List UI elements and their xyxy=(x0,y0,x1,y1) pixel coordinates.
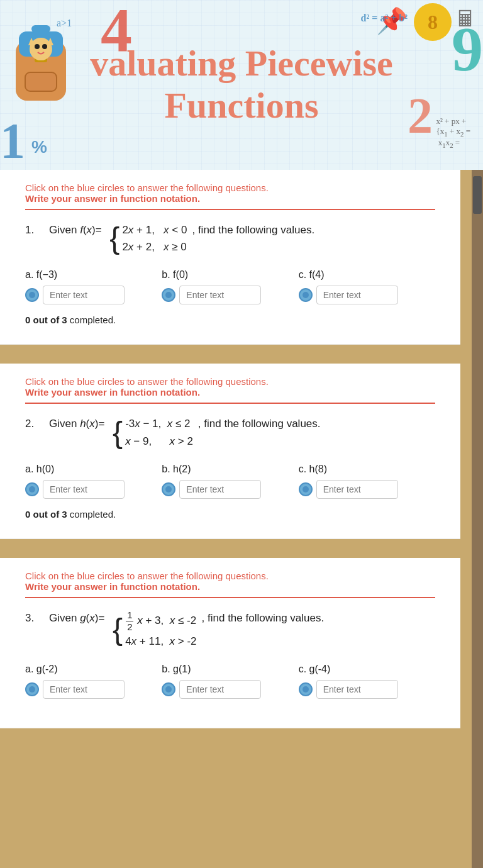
blue-circle-1b[interactable] xyxy=(162,288,175,302)
scrollbar-thumb[interactable] xyxy=(473,176,482,214)
answer-item-2a: a. h(0) xyxy=(25,464,162,499)
blue-circle-2a[interactable] xyxy=(25,482,39,496)
piecewise-1: { 2x + 1, x < 0 2x + 2, x ≥ 0 xyxy=(109,221,187,255)
question-block-1: Click on the blue circles to answer the … xyxy=(0,170,460,345)
deco-number-2: 2 xyxy=(408,87,433,145)
deco-percent: % xyxy=(31,137,47,157)
answer-input-row-2b xyxy=(162,480,298,499)
answer-label-2c: c. h(8) xyxy=(299,464,435,475)
blue-circle-inner-3c xyxy=(303,686,309,693)
cork-divider-2 xyxy=(0,539,460,558)
answer-input-1a[interactable] xyxy=(43,286,125,304)
deco-number-1: 1 xyxy=(0,113,25,170)
divider-3 xyxy=(25,597,435,598)
answer-label-2a: a. h(0) xyxy=(25,464,162,475)
answer-input-3c[interactable] xyxy=(316,680,398,699)
answer-input-2a[interactable] xyxy=(43,480,125,499)
blue-circle-1a[interactable] xyxy=(25,288,39,302)
blue-circle-inner-2a xyxy=(29,486,35,492)
answer-item-2b: b. h(2) xyxy=(162,464,298,499)
answer-input-row-2a xyxy=(25,480,162,499)
brace-left-3: { xyxy=(113,615,123,645)
page-title: valuating Piecewise Functions xyxy=(90,43,393,126)
question-text-1: 1. Given f(x)= { 2x + 1, x < 0 2x + 2, x… xyxy=(25,221,435,255)
backpack-decoration xyxy=(6,19,75,107)
svg-rect-3 xyxy=(25,72,57,91)
blue-circle-3a[interactable] xyxy=(25,682,39,696)
answer-item-1b: b. f(0) xyxy=(162,269,298,304)
answer-item-3b: b. g(1) xyxy=(162,664,298,699)
completion-2: 0 out of 3 completed. xyxy=(25,509,435,520)
completion-1: 0 out of 3 completed. xyxy=(25,314,435,325)
blue-circle-inner-1b xyxy=(165,292,172,298)
yellow-circle-deco: 8 xyxy=(414,3,452,41)
answer-input-3b[interactable] xyxy=(179,680,261,699)
blue-circle-3b[interactable] xyxy=(162,682,175,696)
question-block-2: Click on the blue circles to answer the … xyxy=(0,364,460,538)
answer-label-3b: b. g(1) xyxy=(162,664,298,675)
divider-2 xyxy=(25,403,435,404)
svg-rect-6 xyxy=(31,25,50,33)
brace-left-1: { xyxy=(109,223,119,253)
piecewise-cases-3: 1 2 x + 3, x ≤ -2 4x + 11, x > -2 xyxy=(125,609,196,650)
answer-input-row-1a xyxy=(25,286,162,304)
answer-label-1a: a. f(−3) xyxy=(25,269,162,281)
question-text-3: 3. Given g(x)= { 1 2 x + 3, x ≤ -2 4x + … xyxy=(25,609,435,650)
answer-input-3a[interactable] xyxy=(43,680,125,699)
blue-circle-inner-2c xyxy=(303,486,309,492)
answer-item-3c: c. g(-4) xyxy=(299,664,435,699)
answer-input-row-1c xyxy=(299,286,435,304)
cork-divider-1 xyxy=(0,345,460,364)
answer-input-1b[interactable] xyxy=(179,286,261,304)
question-block-3: Click on the blue circles to answer the … xyxy=(0,558,460,728)
svg-point-7 xyxy=(30,38,52,60)
piecewise-3: { 1 2 x + 3, x ≤ -2 4x + 11, x > -2 xyxy=(113,609,196,650)
answer-item-2c: c. h(8) xyxy=(299,464,435,499)
divider-1 xyxy=(25,209,435,210)
deco-formula-top: d² = a² + b² xyxy=(361,13,408,24)
blue-circle-inner-3a xyxy=(29,686,35,693)
blue-circle-3c[interactable] xyxy=(299,682,313,696)
answer-item-1a: a. f(−3) xyxy=(25,269,162,304)
answer-input-row-1b xyxy=(162,286,298,304)
fraction-half: 1 2 xyxy=(126,609,133,633)
page-title-block: valuating Piecewise Functions xyxy=(90,43,393,126)
answer-input-2b[interactable] xyxy=(179,480,261,499)
blue-circle-2b[interactable] xyxy=(162,482,175,496)
blue-circle-1c[interactable] xyxy=(299,288,313,302)
svg-point-9 xyxy=(42,44,47,49)
answers-row-3: a. g(-2) b. g(1) xyxy=(25,664,435,699)
answer-input-2c[interactable] xyxy=(316,480,398,499)
svg-point-8 xyxy=(35,44,40,49)
instruction-1: Click on the blue circles to answer the … xyxy=(25,182,435,204)
main-content: Click on the blue circles to answer the … xyxy=(0,170,460,728)
answer-input-row-3b xyxy=(162,680,298,699)
deco-a-label: a>1 xyxy=(57,18,72,29)
scrollbar[interactable] xyxy=(472,170,483,868)
answer-label-2b: b. h(2) xyxy=(162,464,298,475)
piecewise-2: { -3x − 1, x ≤ 2 x − 9, x > 2 xyxy=(113,415,193,449)
question-text-2: 2. Given h(x)= { -3x − 1, x ≤ 2 x − 9, x… xyxy=(25,415,435,449)
blue-circle-2c[interactable] xyxy=(299,482,313,496)
blue-circle-inner-2b xyxy=(165,486,172,492)
blue-circle-inner-1a xyxy=(29,292,35,298)
answer-label-3a: a. g(-2) xyxy=(25,664,162,675)
answer-label-1c: c. f(4) xyxy=(299,269,435,281)
deco-formula-right: x² + px +{x1 + x2 = x1x2 = xyxy=(436,116,470,148)
answer-item-3a: a. g(-2) xyxy=(25,664,162,699)
instruction-3: Click on the blue circles to answer the … xyxy=(25,570,435,592)
blue-circle-inner-1c xyxy=(303,292,309,298)
page-header: a>1 4 1 % 9 2 d² = a² + b² x² + px +{x1 … xyxy=(0,0,483,170)
answer-input-row-3a xyxy=(25,680,162,699)
answer-input-row-2c xyxy=(299,480,435,499)
brace-left-2: { xyxy=(113,418,123,448)
answers-row-1: a. f(−3) b. f(0) xyxy=(25,269,435,304)
answer-item-1c: c. f(4) xyxy=(299,269,435,304)
answer-input-row-3c xyxy=(299,680,435,699)
piecewise-cases-1: 2x + 1, x < 0 2x + 2, x ≥ 0 xyxy=(122,221,187,255)
blue-circle-inner-3b xyxy=(165,686,172,693)
answers-row-2: a. h(0) b. h(2) xyxy=(25,464,435,499)
deco-number-9: 9 xyxy=(452,13,483,85)
piecewise-cases-2: -3x − 1, x ≤ 2 x − 9, x > 2 xyxy=(125,415,193,449)
answer-input-1c[interactable] xyxy=(316,286,398,304)
